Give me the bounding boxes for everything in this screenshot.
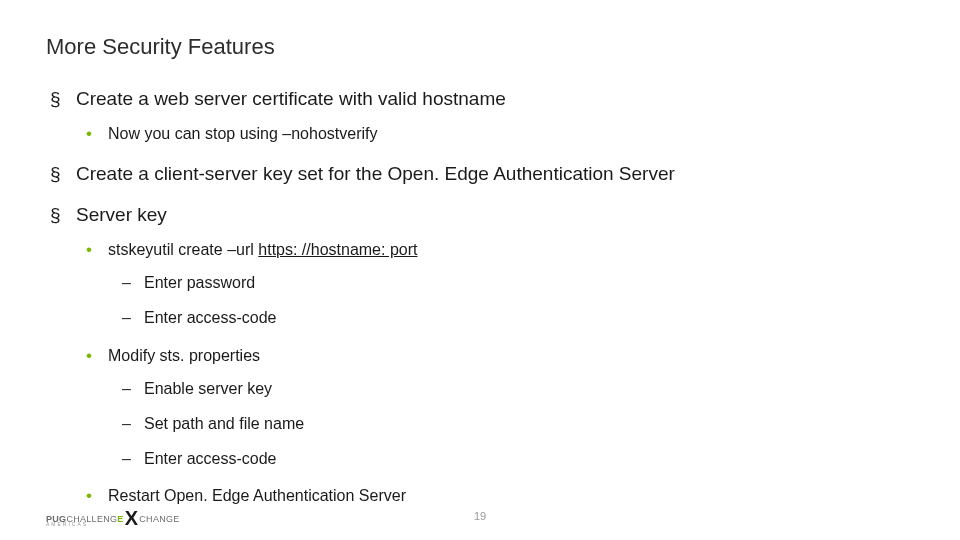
footer-logo: PUGCHALLENGEXCHANGE AMERICAS (46, 509, 180, 524)
bullet-text: Enter password (144, 274, 255, 291)
bullet-text: Create a client-server key set for the O… (76, 163, 675, 184)
bullet-server-key: Server key stskeyutil create –url https:… (46, 202, 914, 507)
sub2-enable-server-key: Enable server key (120, 377, 914, 400)
logo-change: CHANGE (139, 514, 179, 524)
bullet-text: Enable server key (144, 380, 272, 397)
bullet-list: Create a web server certificate with val… (46, 86, 914, 508)
bullet-text: Create a web server certificate with val… (76, 88, 506, 109)
subbullet-stskeyutil: stskeyutil create –url https: //hostname… (80, 238, 914, 330)
logo-subtext: AMERICAS (46, 521, 88, 527)
bullet-client-server-keyset: Create a client-server key set for the O… (46, 161, 914, 187)
bullet-text: Server key (76, 204, 167, 225)
bullet-text: Restart Open. Edge Authentication Server (108, 487, 406, 504)
page-number: 19 (474, 510, 486, 522)
sub2-enter-access-code: Enter access-code (120, 306, 914, 329)
subbullet-modify-sts: Modify sts. properties Enable server key… (80, 344, 914, 471)
sub2-enter-access-code-2: Enter access-code (120, 447, 914, 470)
bullet-text: Set path and file name (144, 415, 304, 432)
bullet-text: Enter access-code (144, 309, 277, 326)
bullet-text: stskeyutil create –url (108, 241, 258, 258)
logo-x-icon: X (125, 512, 139, 524)
sub2-enter-password: Enter password (120, 271, 914, 294)
subbullet-restart: Restart Open. Edge Authentication Server (80, 484, 914, 507)
slide-body: More Security Features Create a web serv… (0, 0, 960, 508)
url-link[interactable]: https: //hostname: port (258, 241, 417, 258)
slide-title: More Security Features (46, 34, 914, 60)
subbullet-nohostverify: Now you can stop using –nohostverify (80, 122, 914, 145)
bullet-text: Modify sts. properties (108, 347, 260, 364)
sub2-set-path: Set path and file name (120, 412, 914, 435)
logo-e: E (117, 514, 123, 524)
bullet-text: Enter access-code (144, 450, 277, 467)
bullet-web-cert: Create a web server certificate with val… (46, 86, 914, 145)
bullet-text: Now you can stop using –nohostverify (108, 125, 377, 142)
